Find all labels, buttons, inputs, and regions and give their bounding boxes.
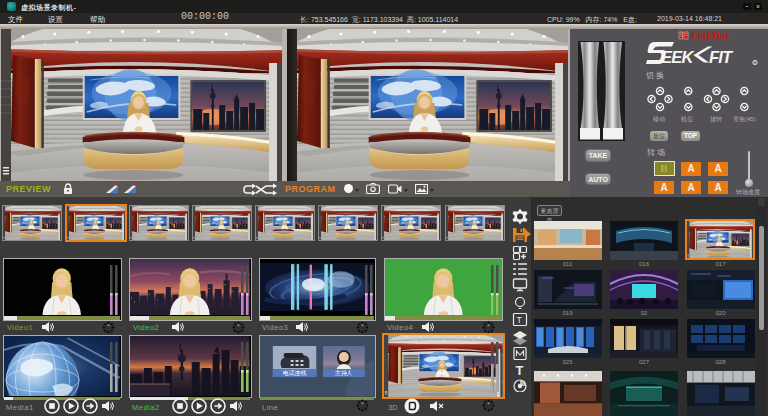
svg-text:LinkYun: LinkYun xyxy=(690,30,729,41)
svg-text:T: T xyxy=(516,363,524,378)
svg-text:FIT: FIT xyxy=(709,48,734,66)
svg-text:EEK: EEK xyxy=(661,48,694,66)
svg-text:T: T xyxy=(517,315,523,325)
